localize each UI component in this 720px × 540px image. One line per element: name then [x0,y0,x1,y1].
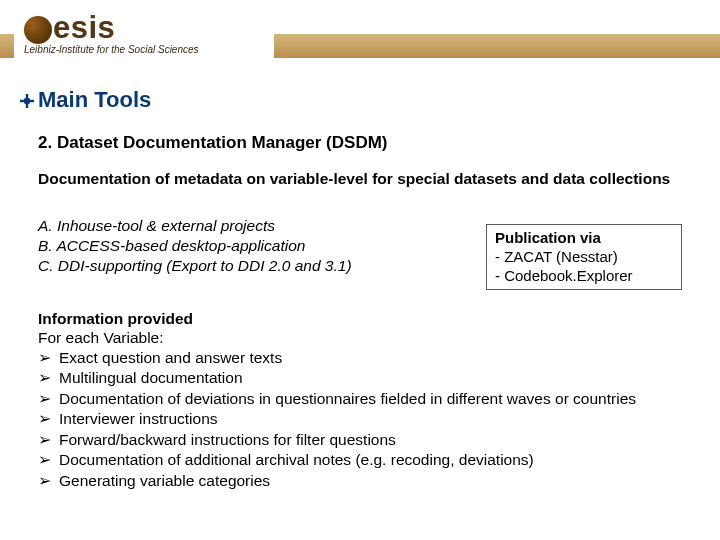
star-bullet-icon [20,94,34,108]
page-title: Main Tools [38,87,151,113]
logo-ball-icon [24,16,52,44]
feature-b: B. ACCESS-based desktop-application [38,236,352,256]
feature-c: C. DDI-supporting (Export to DDI 2.0 and… [38,256,352,276]
bullet-item: Documentation of additional archival not… [38,450,636,470]
feature-list: A. Inhouse-tool & external projects B. A… [38,216,352,276]
bullet-item: Documentation of deviations in questionn… [38,389,636,409]
logo-text: esis [53,10,115,46]
publication-line-1: - ZACAT (Nesstar) [495,248,673,267]
section-description: Documentation of metadata on variable-le… [38,170,698,188]
logo-subtitle: Leibniz-Institute for the Social Science… [24,44,199,55]
bullet-item: Multilingual documentation [38,368,636,388]
bullet-item: Interviewer instructions [38,409,636,429]
feature-a: A. Inhouse-tool & external projects [38,216,352,236]
section-heading: 2. Dataset Documentation Manager (DSDM) [38,133,388,153]
info-header: Information provided [38,310,193,328]
publication-header: Publication via [495,229,673,248]
bullet-item: Exact question and answer texts [38,348,636,368]
info-each: For each Variable: [38,329,164,347]
info-bullets: Exact question and answer texts Multilin… [38,348,636,491]
publication-box: Publication via - ZACAT (Nesstar) - Code… [486,224,682,290]
bullet-item: Forward/backward instructions for filter… [38,430,636,450]
publication-line-2: - Codebook.Explorer [495,267,673,286]
logo: esis Leibniz-Institute for the Social Sc… [14,10,274,64]
bullet-item: Generating variable categories [38,471,636,491]
